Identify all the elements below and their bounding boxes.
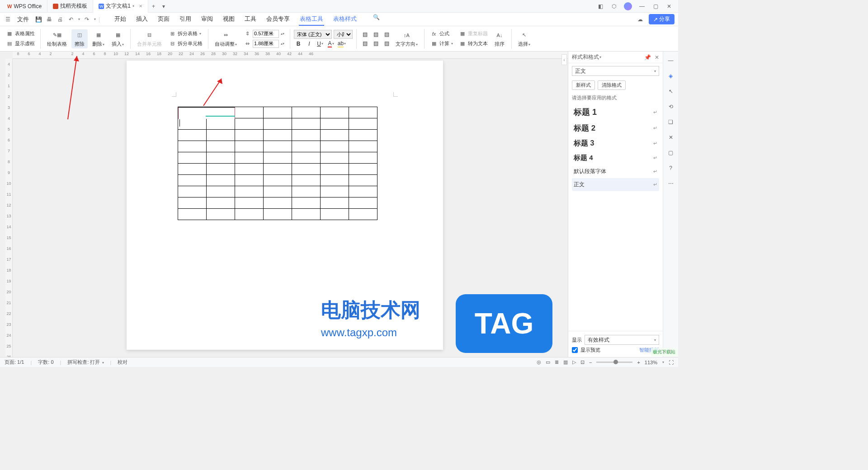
- table-cell[interactable]: [321, 118, 349, 130]
- page-status[interactable]: 页面: 1/1: [5, 359, 24, 366]
- redo-icon[interactable]: ↷: [83, 15, 91, 24]
- split-table-button[interactable]: ⊞拆分表格▾: [166, 29, 204, 38]
- zoom-value[interactable]: 113%: [645, 360, 657, 365]
- delete-button[interactable]: ▦删除▾: [90, 29, 107, 48]
- table-cell[interactable]: [349, 152, 377, 164]
- table-cell[interactable]: [264, 209, 292, 220]
- table-cell[interactable]: [349, 141, 377, 152]
- cube-icon[interactable]: ⬡: [610, 3, 618, 9]
- search-icon[interactable]: 🔍: [372, 13, 380, 21]
- device-icon[interactable]: ▢: [666, 148, 675, 157]
- table-cell[interactable]: [178, 175, 207, 186]
- preview-checkbox[interactable]: [572, 347, 578, 353]
- panel-collapse-button[interactable]: ‹: [561, 54, 567, 65]
- table-cell[interactable]: [207, 197, 235, 209]
- cloud-icon[interactable]: ☁: [636, 15, 644, 24]
- table-cell[interactable]: [235, 152, 264, 164]
- tab-insert[interactable]: 插入: [135, 13, 149, 26]
- collapse-strip-icon[interactable]: —: [666, 56, 675, 65]
- table-cell[interactable]: [321, 209, 349, 220]
- table-cell[interactable]: [207, 118, 235, 130]
- table-cell[interactable]: [207, 209, 235, 220]
- align-br-button[interactable]: ▤: [382, 39, 391, 47]
- minimize-icon[interactable]: —: [638, 3, 646, 9]
- table-cell[interactable]: [321, 186, 349, 197]
- tab-menu-button[interactable]: ▾: [159, 3, 169, 9]
- view-web-icon[interactable]: ▥: [563, 359, 568, 365]
- table-cell[interactable]: [292, 118, 321, 130]
- style-item[interactable]: 标题 2↵: [572, 120, 659, 136]
- table-cell[interactable]: [235, 107, 264, 118]
- tab-view[interactable]: 视图: [222, 13, 236, 26]
- erase-button[interactable]: ◫擦除: [71, 29, 88, 48]
- insert-button[interactable]: ▦插入▾: [109, 29, 127, 48]
- align-bl-button[interactable]: ▤: [360, 39, 369, 47]
- table-cell[interactable]: [292, 164, 321, 175]
- table-cell[interactable]: [321, 130, 349, 141]
- view-outline-icon[interactable]: ≣: [555, 359, 559, 365]
- select-tool-icon[interactable]: ↖: [666, 87, 675, 96]
- clear-format-button[interactable]: 清除格式: [598, 80, 626, 90]
- text-direction-button[interactable]: ↕A文字方向▾: [393, 29, 420, 48]
- tab-table-style[interactable]: 表格样式: [332, 13, 358, 26]
- table-cell[interactable]: [321, 175, 349, 186]
- table-cell[interactable]: [321, 164, 349, 175]
- table-cell[interactable]: [207, 186, 235, 197]
- document-table[interactable]: [178, 107, 377, 220]
- underline-button[interactable]: U▾: [316, 40, 325, 48]
- width-input[interactable]: [253, 40, 279, 48]
- table-cell[interactable]: [235, 118, 264, 130]
- print-icon[interactable]: 🖶: [45, 15, 53, 24]
- font-size-select[interactable]: 小四: [334, 30, 353, 39]
- table-cell[interactable]: [207, 130, 235, 141]
- table-cell[interactable]: [292, 141, 321, 152]
- style-item[interactable]: 标题 3↵: [572, 136, 659, 151]
- table-cell[interactable]: [349, 209, 377, 220]
- table-cell[interactable]: [264, 118, 292, 130]
- font-color-button[interactable]: A▾: [326, 40, 335, 48]
- style-item[interactable]: 默认段落字体↵: [572, 165, 659, 178]
- table-cell[interactable]: [292, 175, 321, 186]
- zoom-out-button[interactable]: −: [589, 360, 592, 365]
- undo-icon[interactable]: ↶: [67, 15, 75, 24]
- table-cell[interactable]: [264, 130, 292, 141]
- close-tab-icon[interactable]: ✕: [139, 4, 142, 9]
- panel-icon[interactable]: ◧: [597, 3, 604, 9]
- view-read-icon[interactable]: ▷: [572, 359, 576, 365]
- table-cell[interactable]: [178, 209, 207, 220]
- table-cell[interactable]: [321, 197, 349, 209]
- share-button[interactable]: ↗ 分享: [649, 14, 675, 24]
- draw-table-button[interactable]: ✎▦绘制表格: [44, 29, 70, 48]
- table-cell[interactable]: [178, 141, 207, 152]
- tab-tools[interactable]: 工具: [244, 13, 257, 26]
- sort-button[interactable]: A↓排序: [491, 29, 508, 48]
- file-menu[interactable]: 文件: [17, 15, 29, 24]
- auto-adjust-button[interactable]: ⇔自动调整▾: [212, 29, 240, 48]
- table-cell[interactable]: [178, 197, 207, 209]
- spellcheck-status[interactable]: 拼写检查: 打开 ▾: [67, 359, 104, 366]
- tab-reference[interactable]: 引用: [179, 13, 192, 26]
- style-item[interactable]: 标题 4↵: [572, 151, 659, 165]
- undo-dropdown-icon[interactable]: ▾: [78, 17, 80, 21]
- align-tr-button[interactable]: ▤: [382, 30, 391, 38]
- highlight-button[interactable]: ab▾: [337, 40, 346, 48]
- table-cell[interactable]: [292, 152, 321, 164]
- table-cell[interactable]: [235, 197, 264, 209]
- table-cell[interactable]: [178, 152, 207, 164]
- align-tc-button[interactable]: ▤: [371, 30, 380, 38]
- table-cell[interactable]: [349, 197, 377, 209]
- maximize-icon[interactable]: ▢: [652, 3, 659, 9]
- font-name-select[interactable]: 宋体 (正文): [294, 30, 332, 39]
- table-cell[interactable]: [235, 175, 264, 186]
- vertical-ruler[interactable]: 4212345678910111213141516171819202122232…: [5, 59, 13, 357]
- show-filter-select[interactable]: 有效样式▾: [585, 335, 659, 345]
- word-count[interactable]: 字数: 0: [38, 359, 53, 366]
- layers-icon[interactable]: ❏: [666, 118, 675, 127]
- table-cell[interactable]: [178, 164, 207, 175]
- tab-page[interactable]: 页面: [157, 13, 170, 26]
- select-button[interactable]: ↖选择▾: [515, 29, 533, 48]
- table-cell[interactable]: [235, 164, 264, 175]
- table-cell[interactable]: [178, 130, 207, 141]
- table-cell[interactable]: [349, 130, 377, 141]
- table-cell[interactable]: [178, 118, 207, 130]
